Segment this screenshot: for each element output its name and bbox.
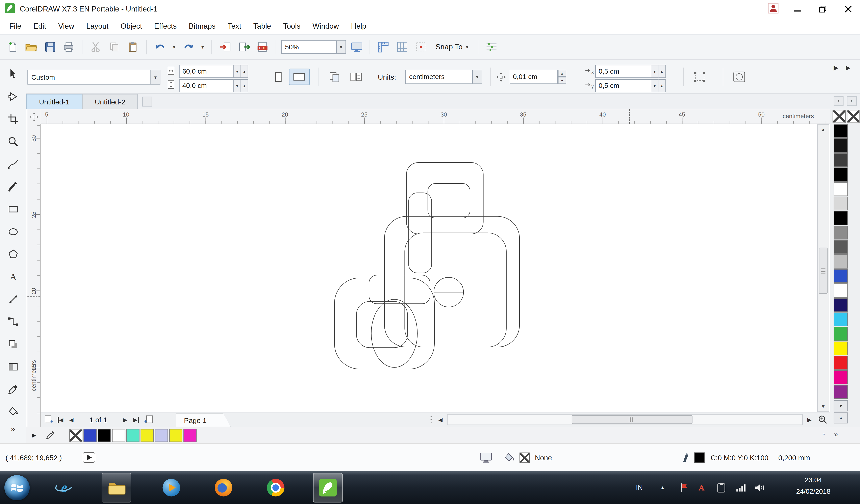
- redo-dropdown[interactable]: ▾: [199, 39, 206, 55]
- rectangle-tool[interactable]: [3, 199, 23, 219]
- palette-swatch[interactable]: [834, 153, 848, 167]
- paste-button[interactable]: [125, 39, 141, 55]
- parallel-dimension-tool[interactable]: [3, 289, 23, 309]
- import-button[interactable]: [217, 39, 233, 55]
- duplicate-x-field[interactable]: 0,5 cm: [595, 65, 651, 78]
- taskbar-coreldraw[interactable]: [313, 473, 343, 502]
- menu-bitmaps[interactable]: Bitmaps: [183, 22, 221, 30]
- fullscreen-preview-button[interactable]: [348, 39, 365, 55]
- document-palette-swatch[interactable]: [155, 429, 168, 442]
- previous-page-button[interactable]: ◀: [67, 413, 76, 427]
- page-width-field[interactable]: 60,0 cm: [179, 65, 234, 78]
- menu-help[interactable]: Help: [345, 22, 372, 30]
- minimize-button[interactable]: [791, 3, 804, 15]
- scroll-down-button[interactable]: ▼: [818, 401, 829, 411]
- drop-shadow-tool[interactable]: [3, 334, 23, 354]
- options-button[interactable]: [483, 39, 500, 55]
- duplicate-x-spin-up[interactable]: ▴: [658, 65, 665, 78]
- zoom-fit-button[interactable]: [815, 413, 830, 427]
- menu-window[interactable]: Window: [306, 22, 345, 30]
- tab-untitled-1[interactable]: Untitled-1: [26, 94, 82, 109]
- menu-table[interactable]: Table: [247, 22, 277, 30]
- nudge-spin-up[interactable]: ▴: [558, 70, 566, 77]
- add-page-after-button[interactable]: [143, 413, 154, 427]
- taskbar-firefox[interactable]: [209, 473, 238, 502]
- restore-button[interactable]: [816, 3, 829, 15]
- open-button[interactable]: [23, 39, 40, 55]
- palette-swatch[interactable]: [834, 211, 848, 225]
- status-flyout-button[interactable]: [83, 444, 96, 471]
- vertical-ruler[interactable]: centimeters 30252015: [27, 124, 41, 427]
- shape-tool[interactable]: [3, 87, 23, 106]
- vertical-scroll-thumb[interactable]: [819, 248, 828, 294]
- menu-view[interactable]: View: [52, 22, 80, 30]
- page-width-spin-down[interactable]: ▾: [234, 65, 241, 78]
- outline-preview-button[interactable]: [730, 68, 748, 86]
- toolbar-overflow-icon[interactable]: ▶: [834, 64, 838, 71]
- transparency-tool[interactable]: [3, 357, 23, 377]
- save-button[interactable]: [42, 39, 58, 55]
- show-rulers-button[interactable]: [375, 39, 392, 55]
- document-palette-swatch[interactable]: [84, 429, 97, 442]
- zoom-level-combobox[interactable]: 50% ▾: [281, 40, 346, 54]
- palette-swatch[interactable]: [834, 182, 848, 196]
- page-height-spin-up[interactable]: ▴: [241, 79, 248, 92]
- chevron-down-icon[interactable]: ▾: [472, 70, 482, 84]
- current-page-button[interactable]: [346, 69, 366, 85]
- toolbar-overflow-icon[interactable]: ▶: [846, 64, 850, 71]
- palette-swatch[interactable]: [834, 269, 848, 283]
- artistic-media-tool[interactable]: [3, 177, 23, 197]
- page-height-spin-down[interactable]: ▾: [234, 79, 241, 92]
- palette-flyout-button[interactable]: »: [834, 413, 848, 423]
- palette-swatch[interactable]: [834, 255, 848, 268]
- crop-tool[interactable]: [3, 109, 23, 129]
- color-proof-button[interactable]: [480, 444, 492, 471]
- close-button[interactable]: [841, 3, 854, 15]
- undo-button[interactable]: [152, 39, 168, 55]
- duplicate-y-spin-up[interactable]: ▴: [658, 79, 665, 92]
- taskbar-chrome[interactable]: [261, 473, 290, 502]
- document-palette-swatch[interactable]: [98, 429, 111, 442]
- page-width-spin-up[interactable]: ▴: [241, 65, 248, 78]
- menu-text[interactable]: Text: [221, 22, 247, 30]
- scroll-up-button[interactable]: ▲: [818, 125, 829, 134]
- menu-effects[interactable]: Effects: [148, 22, 183, 30]
- duplicate-x-spin-down[interactable]: ▾: [651, 65, 658, 78]
- dock-button[interactable]: ▫: [847, 96, 857, 106]
- drawing-shape[interactable]: [369, 275, 430, 304]
- palette-swatch[interactable]: [834, 139, 848, 153]
- new-tab-button[interactable]: [142, 97, 152, 106]
- snap-to-dropdown[interactable]: Snap To ▾: [431, 43, 473, 51]
- chevron-down-icon[interactable]: ▾: [150, 70, 160, 84]
- last-page-button[interactable]: ▶: [131, 413, 141, 427]
- new-document-button[interactable]: [4, 39, 21, 55]
- horizontal-scroll-thumb[interactable]: [572, 415, 692, 424]
- eyedropper-icon[interactable]: [45, 429, 56, 442]
- scroll-left-button[interactable]: ◀: [435, 413, 445, 427]
- ellipse-tool[interactable]: [3, 222, 23, 242]
- document-palette-swatch[interactable]: [141, 429, 154, 442]
- export-button[interactable]: [236, 39, 252, 55]
- vertical-scrollbar[interactable]: ▲ ▼: [817, 124, 829, 412]
- next-page-button[interactable]: ▶: [120, 413, 130, 427]
- horizontal-ruler[interactable]: centimeters 5101520253035404550: [41, 109, 830, 124]
- menu-edit[interactable]: Edit: [27, 22, 52, 30]
- document-palette-swatch[interactable]: [169, 429, 182, 442]
- show-grid-button[interactable]: [394, 39, 410, 55]
- palette-swatch[interactable]: [834, 168, 848, 182]
- nudge-distance-field[interactable]: 0,01 cm: [510, 70, 558, 84]
- document-palette-swatch[interactable]: [112, 429, 125, 442]
- splitter-handle[interactable]: [429, 413, 433, 427]
- units-combobox[interactable]: centimeters ▾: [405, 70, 482, 84]
- palette-swatch[interactable]: [834, 284, 848, 297]
- zoom-tool[interactable]: [3, 132, 23, 152]
- nudge-spin-down[interactable]: ▾: [558, 77, 566, 84]
- drawing-shape[interactable]: [371, 299, 417, 368]
- clipboard-tray-icon[interactable]: [717, 471, 726, 504]
- page-size-preset-combobox[interactable]: Custom ▾: [27, 70, 160, 85]
- volume-icon[interactable]: [755, 471, 764, 504]
- fill-color-swatch[interactable]: [519, 444, 530, 471]
- connector-tool[interactable]: [3, 312, 23, 332]
- drawing-shape[interactable]: [405, 233, 506, 347]
- no-color-swatch[interactable]: [833, 110, 846, 123]
